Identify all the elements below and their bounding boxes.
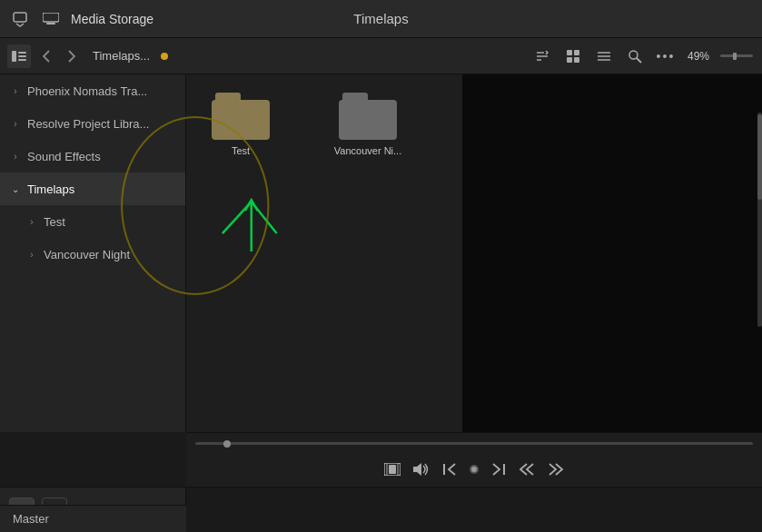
- search-btn[interactable]: [622, 44, 648, 69]
- svg-rect-3: [12, 51, 16, 62]
- preview-black: [462, 74, 762, 432]
- fast-next-btn[interactable]: [548, 463, 564, 476]
- svg-rect-12: [567, 57, 572, 63]
- chevron-right-icon-resolve: ›: [9, 117, 22, 130]
- timeline-track-area[interactable]: [186, 488, 762, 532]
- sidebar-item-test[interactable]: › Test: [0, 205, 185, 238]
- sidebar-toggle-btn[interactable]: [7, 44, 31, 68]
- sidebar-label-timelaps: Timelaps: [27, 182, 74, 196]
- more-btn[interactable]: •••: [653, 44, 678, 69]
- top-bar: Media Storage Timelaps: [0, 0, 762, 38]
- sort-btn[interactable]: [529, 44, 555, 69]
- next-frame-btn[interactable]: [491, 463, 506, 476]
- folder-icon-test: [212, 93, 270, 140]
- svg-point-17: [629, 51, 638, 59]
- svg-rect-5: [18, 55, 26, 57]
- svg-rect-10: [567, 50, 572, 55]
- forward-btn[interactable]: [62, 46, 82, 66]
- sidebar-item-sound-effects[interactable]: › Sound Effects: [0, 140, 185, 172]
- sidebar-label-vancouver: Vancouver Night: [44, 248, 130, 261]
- file-label-test: Test: [232, 145, 250, 156]
- chevron-right-icon-vancouver: ›: [25, 248, 38, 261]
- grid-view-btn[interactable]: [560, 44, 586, 69]
- sidebar-item-resolve[interactable]: › Resolve Project Libra...: [0, 107, 185, 140]
- scrubber-row[interactable]: [186, 435, 762, 453]
- sidebar-label-resolve: Resolve Project Libra...: [27, 117, 149, 131]
- svg-rect-2: [46, 23, 55, 25]
- preview-area: [462, 74, 762, 432]
- zoom-slider[interactable]: [718, 44, 755, 69]
- modified-dot: [161, 53, 168, 60]
- breadcrumb-label: Timelaps...: [87, 47, 155, 64]
- svg-rect-11: [574, 50, 579, 55]
- svg-marker-27: [413, 463, 421, 476]
- playback-bar: [186, 432, 762, 487]
- sidebar-label-test: Test: [44, 215, 65, 229]
- svg-rect-13: [574, 57, 579, 63]
- scrubber-thumb[interactable]: [223, 440, 231, 448]
- dropdown-icon[interactable]: [9, 8, 31, 30]
- prev-frame-btn[interactable]: [442, 463, 457, 476]
- chevron-right-icon: ›: [9, 84, 22, 97]
- sidebar-item-vancouver[interactable]: › Vancouver Night: [0, 238, 185, 271]
- svg-rect-4: [18, 52, 26, 54]
- sidebar-item-phoenix[interactable]: › Phoenix Nomads Tra...: [0, 74, 185, 107]
- chevron-right-icon-sound: ›: [9, 150, 22, 163]
- playhead-dot: [470, 465, 479, 474]
- scrubber-track[interactable]: [195, 442, 753, 445]
- svg-line-20: [223, 202, 252, 233]
- status-bar: Master: [0, 505, 186, 532]
- toolbar-right: ••• 49%: [529, 44, 755, 69]
- app-title: Media Storage: [71, 12, 153, 26]
- svg-line-18: [637, 58, 641, 63]
- content-area: Test Vancouver Ni...: [186, 74, 462, 432]
- chevron-down-icon-timelaps: ⌄: [9, 182, 22, 195]
- sidebar-label-sound: Sound Effects: [27, 150, 101, 163]
- film-strip-icon[interactable]: [384, 463, 401, 476]
- file-grid: Test Vancouver Ni...: [186, 74, 462, 174]
- sidebar-label-phoenix: Phoenix Nomads Tra...: [27, 84, 147, 98]
- media-storage-icon: [40, 8, 62, 30]
- second-bar: Timelaps...: [0, 38, 762, 74]
- svg-rect-6: [18, 59, 26, 61]
- svg-rect-0: [14, 13, 26, 22]
- sidebar: › Phoenix Nomads Tra... › Resolve Projec…: [0, 74, 186, 432]
- chevron-right-icon-test: ›: [25, 215, 38, 228]
- back-btn[interactable]: [36, 46, 56, 66]
- svg-rect-1: [43, 13, 59, 22]
- preview-title: Timelaps: [353, 11, 408, 26]
- list-view-btn[interactable]: [591, 44, 617, 69]
- sidebar-item-timelaps[interactable]: ⌄ Timelaps: [0, 172, 185, 205]
- file-item-vancouver[interactable]: Vancouver Ni...: [332, 93, 404, 156]
- file-label-vancouver: Vancouver Ni...: [334, 145, 401, 156]
- controls-row: [186, 453, 762, 486]
- fast-prev-btn[interactable]: [519, 463, 535, 476]
- master-label: Master: [13, 512, 49, 526]
- svg-line-21: [252, 202, 277, 233]
- folder-icon-vancouver: [339, 93, 397, 140]
- file-item-test[interactable]: Test: [204, 93, 277, 156]
- volume-icon[interactable]: [413, 463, 430, 476]
- zoom-label: 49%: [684, 48, 713, 64]
- svg-rect-26: [389, 465, 396, 474]
